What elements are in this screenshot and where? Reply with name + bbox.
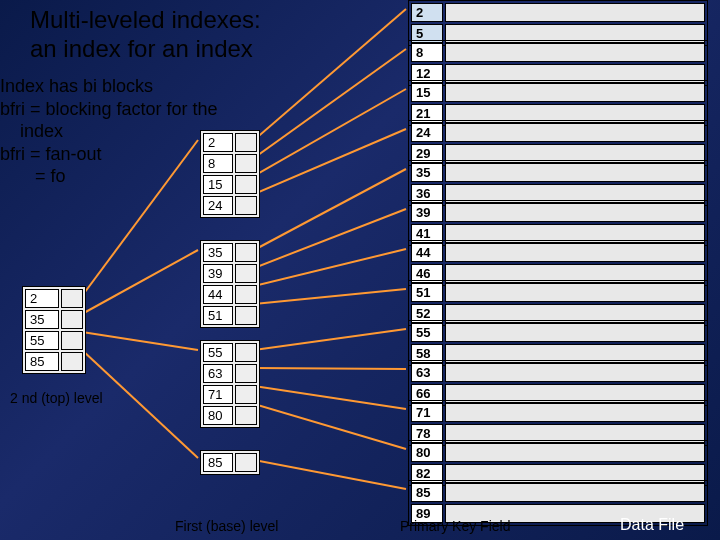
fl-cell: 44 <box>203 285 233 304</box>
body-text: Index has bi blocks bfri = blocking fact… <box>0 75 218 188</box>
pointer-cell <box>235 133 257 152</box>
df-val <box>445 3 705 22</box>
svg-line-25 <box>254 169 406 250</box>
pointer-cell <box>61 331 83 350</box>
label-primary-key: Primary Key Field <box>400 518 510 534</box>
df-key: 55 <box>411 323 443 342</box>
top-cell: 35 <box>25 310 59 329</box>
first-level-block-2: 55 63 71 80 <box>200 340 260 428</box>
svg-line-22 <box>254 49 406 158</box>
svg-line-26 <box>254 209 406 268</box>
fl-cell: 51 <box>203 306 233 325</box>
df-key: 51 <box>411 283 443 302</box>
svg-line-31 <box>254 386 406 409</box>
svg-line-27 <box>254 249 406 286</box>
df-key: 80 <box>411 443 443 462</box>
fl-cell: 85 <box>203 453 233 472</box>
svg-line-21 <box>254 9 406 140</box>
svg-line-24 <box>254 129 406 194</box>
pointer-cell <box>235 285 257 304</box>
svg-line-33 <box>254 460 406 489</box>
pointer-cell <box>235 385 257 404</box>
top-cell: 55 <box>25 331 59 350</box>
pointer-cell <box>61 289 83 308</box>
fl-cell: 55 <box>203 343 233 362</box>
pointer-cell <box>235 364 257 383</box>
label-second-level: 2 nd (top) level <box>10 390 103 406</box>
svg-line-30 <box>254 368 406 369</box>
top-cell: 2 <box>25 289 59 308</box>
pointer-cell <box>235 154 257 173</box>
df-key: 71 <box>411 403 443 422</box>
df-val <box>445 163 705 182</box>
df-key: 15 <box>411 83 443 102</box>
svg-line-28 <box>254 289 406 304</box>
body-l2: bfri = blocking factor for the <box>0 99 218 119</box>
df-val <box>445 43 705 62</box>
pointer-cell <box>235 243 257 262</box>
top-cell: 85 <box>25 352 59 371</box>
df-val <box>445 123 705 142</box>
fl-cell: 39 <box>203 264 233 283</box>
title-l2: an index for an index <box>30 35 253 62</box>
pointer-cell <box>235 196 257 215</box>
label-data-file: Data File <box>620 516 684 534</box>
fl-cell: 35 <box>203 243 233 262</box>
svg-line-32 <box>254 404 406 449</box>
df-val <box>445 483 705 502</box>
df-val <box>445 403 705 422</box>
fl-cell: 71 <box>203 385 233 404</box>
svg-line-23 <box>254 89 406 176</box>
top-level-block: 2 35 55 85 <box>22 286 86 374</box>
body-l5: = fo <box>0 166 66 186</box>
body-l4: bfri = fan-out <box>0 144 102 164</box>
pointer-cell <box>235 175 257 194</box>
df-val <box>445 83 705 102</box>
df-key: 24 <box>411 123 443 142</box>
df-key: 2 <box>411 3 443 22</box>
svg-line-29 <box>254 329 406 350</box>
label-first-level: First (base) level <box>175 518 278 534</box>
df-key: 63 <box>411 363 443 382</box>
df-val <box>445 323 705 342</box>
df-val <box>445 443 705 462</box>
pointer-cell <box>235 264 257 283</box>
body-l1: Index has bi blocks <box>0 76 153 96</box>
first-level-block-3: 85 <box>200 450 260 475</box>
svg-line-5 <box>82 250 198 314</box>
body-l3: index <box>0 121 63 141</box>
pointer-cell <box>235 453 257 472</box>
df-val <box>445 363 705 382</box>
df-key: 85 <box>411 483 443 502</box>
fl-cell: 24 <box>203 196 233 215</box>
df-val <box>445 283 705 302</box>
pointer-cell <box>235 306 257 325</box>
pointer-cell <box>61 352 83 371</box>
df-val <box>445 203 705 222</box>
df-key: 8 <box>411 43 443 62</box>
pointer-cell <box>235 406 257 425</box>
fl-cell: 63 <box>203 364 233 383</box>
df-key: 39 <box>411 203 443 222</box>
pointer-cell <box>61 310 83 329</box>
pointer-cell <box>235 343 257 362</box>
df-val <box>445 243 705 262</box>
first-level-block-1: 35 39 44 51 <box>200 240 260 328</box>
svg-line-6 <box>82 332 198 350</box>
fl-cell: 80 <box>203 406 233 425</box>
df-key: 44 <box>411 243 443 262</box>
title-l1: Multi-leveled indexes: <box>30 6 261 33</box>
slide-title: Multi-leveled indexes: an index for an i… <box>30 6 261 64</box>
df-key: 35 <box>411 163 443 182</box>
